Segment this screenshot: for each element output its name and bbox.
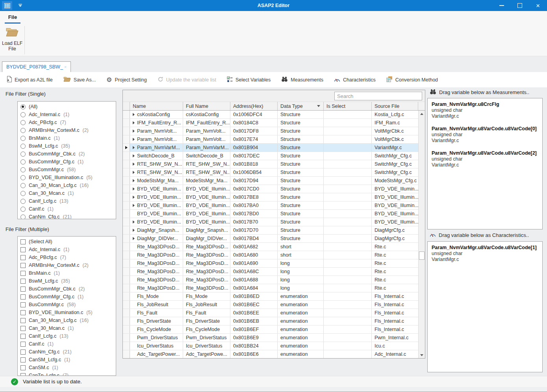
radio-filter-item[interactable]: CanIf_Lcfg.c (13) (20, 197, 116, 205)
load-elf-file-button[interactable]: Load ELF File (2, 26, 23, 54)
checkbox[interactable] (20, 247, 26, 252)
radio-button[interactable] (20, 159, 26, 165)
scrollbar-thumb[interactable] (419, 251, 425, 260)
scroll-down-icon[interactable] (419, 352, 425, 358)
table-row[interactable]: BYD_VDE_Illumin... BYD_VDE_Illumin... 0x… (123, 210, 418, 218)
table-row[interactable]: DiagMgr_DIDVer... DiagMgr_DIDVer... 0x80… (123, 235, 418, 243)
checkbox[interactable] (20, 310, 26, 315)
table-row[interactable]: Rte_Mag3DPosD... Rte_Mag3DPosD... 0x801A… (123, 268, 418, 276)
radio-filter-item[interactable]: Adc_PBcfg.c (7) (20, 118, 116, 126)
select-variables-button[interactable]: Select Variables (227, 76, 271, 83)
expand-row-icon[interactable] (133, 204, 135, 207)
table-row[interactable]: Fls_DriverState Fls_DriverState 0x801B6E… (123, 317, 418, 325)
table-row[interactable]: csKostiaConfig csKostiaConfig 0x1006DFC4… (123, 111, 418, 119)
radio-button[interactable] (20, 175, 26, 180)
table-row[interactable]: Adc_TargetPower... Adc_TargetPowe... 0x8… (123, 350, 418, 358)
radio-button[interactable] (20, 214, 26, 220)
table-row[interactable]: Param_NvmVarM... Param_NvmVarM... 0x801B… (123, 144, 418, 152)
table-row[interactable]: Icu_DriverStatus Icu_DriverStatus 0x801B… (123, 342, 418, 350)
table-row[interactable]: Rte_Mag3DPosD... Rte_Mag3DPosD... 0x801A… (123, 284, 418, 292)
document-tab[interactable]: BYDVDE_P08798_SBW_ × (2, 61, 71, 72)
checkbox-filter-item[interactable]: BusCommMgr.c (58) (20, 301, 116, 309)
column-header-full-name[interactable]: Full Name (183, 102, 230, 110)
checkbox-filter-item[interactable]: ARMBrsHw_CortexM.c (2) (20, 261, 116, 269)
table-row[interactable]: Pwm_DriverStatus Pwm_DriverStatus 0x801B… (123, 334, 418, 342)
checkbox[interactable] (20, 349, 26, 355)
table-row[interactable]: RTE_SHW_SW_N... RTE_SHW_SW_N... 0x1006DB… (123, 168, 418, 177)
expand-row-icon[interactable] (133, 121, 135, 124)
checkbox-filter-item[interactable]: CanNm_Cfg.c (21) (20, 348, 116, 356)
checkbox[interactable] (20, 294, 26, 300)
conversion-method-button[interactable]: Conversion Method (386, 76, 438, 83)
expand-row-icon[interactable] (133, 138, 135, 141)
expand-row-icon[interactable] (133, 113, 135, 116)
characteristics-drop-list[interactable]: Param_NvmVarMgr.u8VarCode.u8VarCode[1] u… (427, 241, 543, 372)
radio-button[interactable] (20, 167, 26, 172)
checkbox-filter-item[interactable]: CanSM.c (1) (20, 364, 116, 372)
checkbox[interactable] (20, 326, 26, 331)
table-row[interactable]: RTE_SHW_SW_N... RTE_SHW_SW_N... 0x801B81… (123, 160, 418, 168)
checkbox-filter-item[interactable]: CanIf_Lcfg.c (13) (20, 332, 116, 340)
vertical-scrollbar[interactable] (418, 111, 425, 358)
project-setting-button[interactable]: ⚙ Project Setting (106, 77, 147, 83)
checkbox[interactable] (20, 263, 26, 268)
checkbox[interactable] (20, 279, 26, 284)
table-row[interactable]: Param_NvmVolt... Param_NvmVolt... 0x8017… (123, 135, 418, 144)
table-row[interactable]: Rte_Mag3DPosD... Rte_Mag3DPosD... 0x801A… (123, 251, 418, 259)
table-row[interactable]: BYD_VDE_Illumin... BYD_VDE_Illumin... 0x… (123, 202, 418, 210)
expand-row-icon[interactable] (133, 220, 135, 224)
checkbox-filter-item[interactable]: Can_30_Mcan_Lcfg.c (16) (20, 316, 116, 324)
checkbox[interactable] (20, 342, 26, 347)
export-a2l-button[interactable]: Export as A2L file (6, 76, 53, 83)
checkbox[interactable] (20, 271, 26, 276)
close-button[interactable]: × (529, 0, 547, 11)
measurement-variable[interactable]: Param_NvmVarMgr.u8VarCode.u8VarCode[2] u… (432, 150, 538, 168)
radio-filter-item[interactable]: Adc_Internal.c (1) (20, 111, 116, 118)
checkbox-filter-item[interactable]: Can_30_Mcan.c (1) (20, 324, 116, 332)
radio-filter-item[interactable]: BYD_VDE_Illumination.c (5) (20, 174, 116, 181)
checkbox-filter-item[interactable]: BusCommMgr_Cfg.c (1) (20, 293, 116, 301)
scroll-up-icon[interactable] (419, 111, 425, 117)
radio-filter-item[interactable]: ARMBrsHw_CortexM.c (2) (20, 126, 116, 134)
radio-filter-item[interactable]: BusCommMgr.c (58) (20, 166, 116, 174)
table-row[interactable]: Rte_Mag3DPosD... Rte_Mag3DPosD... 0x801A… (123, 243, 418, 251)
radio-button[interactable] (20, 120, 26, 125)
radio-filter-item[interactable]: CanNm_Cfg.c (21) (20, 213, 116, 219)
measurements-button[interactable]: Measurements (281, 76, 323, 83)
radio-button[interactable] (20, 199, 26, 204)
checkbox[interactable] (20, 255, 26, 260)
expand-row-icon[interactable] (133, 171, 135, 174)
table-row[interactable]: Fls_JobResult Fls_JobResult 0x801B6EC en… (123, 301, 418, 309)
expand-row-icon[interactable] (133, 154, 135, 157)
expand-row-icon[interactable] (133, 129, 135, 133)
expand-row-icon[interactable] (133, 179, 135, 182)
column-header-is-select[interactable]: Is Select (324, 102, 372, 110)
checkbox[interactable] (20, 357, 26, 362)
table-row[interactable]: BYD_VDE_Illumin... BYD_VDE_Illumin... 0x… (123, 193, 418, 202)
expand-row-icon[interactable] (133, 229, 135, 232)
table-row[interactable]: Fls_CycleMode Fls_CycleMode 0x801B6EF en… (123, 325, 418, 334)
table-row[interactable]: ModeStsMgr_Ma... ModeStsMgr_Ma... 0x8017… (123, 177, 418, 185)
radio-filter-item[interactable]: (All) (20, 103, 116, 111)
data-type-filter-dropdown-icon[interactable] (317, 105, 320, 107)
checkbox-filter-item[interactable]: CanIf.c (1) (20, 340, 116, 348)
radio-filter-item[interactable]: Can_30_Mcan_Lcfg.c (16) (20, 181, 116, 189)
minimize-button[interactable] (493, 0, 511, 11)
radio-button[interactable] (20, 191, 26, 196)
table-row[interactable]: Fls_Mode Fls_Mode 0x801B6ED enumeration … (123, 292, 418, 301)
expand-row-icon[interactable] (133, 237, 135, 240)
column-header-name[interactable]: Name (130, 102, 183, 110)
checkbox[interactable] (20, 287, 26, 292)
checkbox-filter-item[interactable]: CanTp_Lcfg.c (7) (20, 372, 116, 376)
table-row[interactable]: BYD_VDE_Illumin... BYD_VDE_Illumin... 0x… (123, 218, 418, 226)
characteristics-button[interactable]: Characteristics (334, 77, 376, 83)
radio-button[interactable] (20, 104, 26, 109)
measurement-variable[interactable]: Param_NvmVarMgr.u8CrcFlg unsigned char V… (432, 102, 538, 119)
checkbox[interactable] (20, 318, 26, 323)
measurement-variable[interactable]: Param_NvmVarMgr.u8VarCode.u8VarCode[0] u… (432, 126, 538, 144)
table-row[interactable]: BYD_VDE_Illumin... BYD_VDE_Illumin... 0x… (123, 185, 418, 193)
radio-filter-item[interactable]: Can_30_Mcan.c (1) (20, 189, 116, 197)
expand-row-icon[interactable] (133, 196, 135, 199)
checkbox[interactable] (20, 334, 26, 339)
table-row[interactable]: Rte_Mag3DPosD... Rte_Mag3DPosD... 0x801A… (123, 259, 418, 268)
